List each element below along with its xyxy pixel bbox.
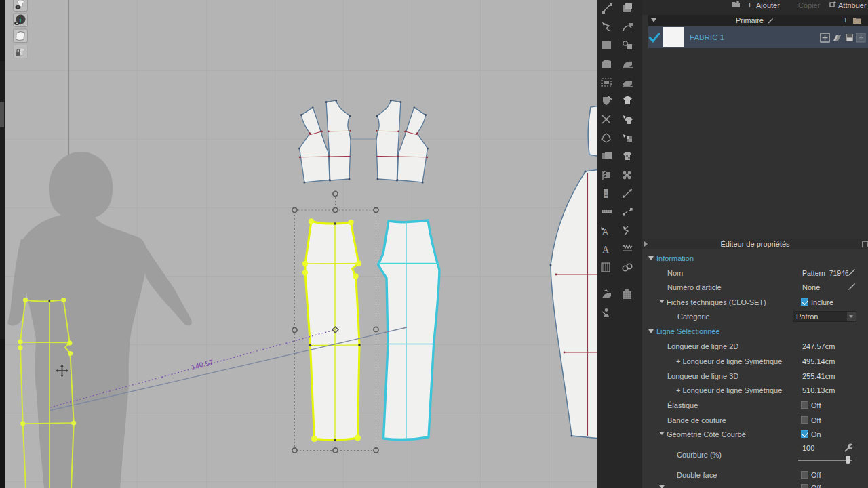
svg-text:A: A [602,245,610,255]
svg-text:i: i [20,16,22,24]
svg-text:1: 1 [604,190,608,197]
